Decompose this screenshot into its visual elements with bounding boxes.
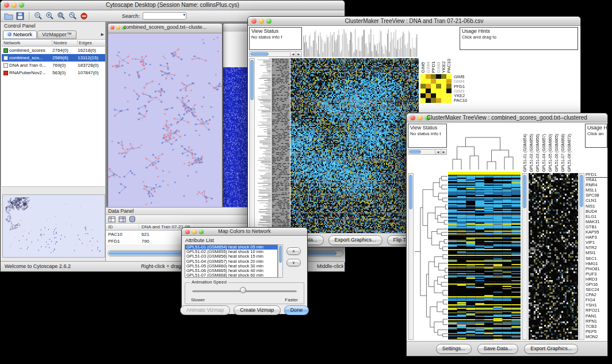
network-view-window[interactable]: combined_scores_good.txt--cluste...: [108, 23, 223, 206]
gene-label[interactable]: GPI16: [586, 282, 607, 287]
attribute-listbox[interactable]: GPL51-01 (GSM854) heat shock 05 minGPL51…: [185, 244, 278, 278]
attribute-list-item[interactable]: GPL51-01 (GSM854) heat shock 05 min: [185, 245, 277, 250]
scrollbar-track[interactable]: [250, 52, 290, 56]
network-view-titlebar[interactable]: combined_scores_good.txt--cluste...: [108, 24, 222, 33]
gene-label[interactable]: BUD4: [586, 209, 607, 214]
attribute-list-item[interactable]: GPL51-07 (GSM868) heat shock 60 min: [185, 273, 277, 278]
attribute-list-item[interactable]: GPL51-03 (GSM856) heat shock 15 min: [185, 254, 277, 259]
button-save-data[interactable]: Save Data...: [477, 344, 519, 354]
network-list-row[interactable]: combined_scores2764(0)16218(0): [2, 47, 105, 54]
button-done[interactable]: Done: [284, 305, 309, 315]
scrollbar-thumb[interactable]: [250, 60, 254, 100]
gene-label[interactable]: PUF3: [586, 271, 607, 277]
gene-label[interactable]: HAP3: [586, 235, 607, 240]
tv2-right-vscrollbar[interactable]: [579, 173, 584, 340]
gene-label[interactable]: KAP95: [586, 229, 607, 235]
tab-overflow-arrow-icon[interactable]: ▶: [101, 32, 104, 37]
scrollbar-thumb[interactable]: [580, 175, 583, 207]
zoom-in-icon[interactable]: [45, 12, 54, 21]
search-input[interactable]: ▾: [143, 12, 186, 20]
gene-label[interactable]: VIP1: [586, 240, 607, 245]
scrollbar-thumb[interactable]: [279, 246, 282, 263]
attribute-list-item[interactable]: GPL51-04 (GSM857) heat shock 20 min: [185, 259, 277, 264]
gene-label[interactable]: NTR2: [586, 245, 607, 250]
minimize-button[interactable]: [116, 25, 120, 29]
gene-label[interactable]: CLN1: [586, 198, 607, 203]
main-titlebar[interactable]: Cytoscape Desktop (Session Name: collins…: [1, 1, 345, 10]
zoom-selected-icon[interactable]: [68, 12, 77, 21]
tv1-heatmap-canvas[interactable]: [290, 58, 419, 234]
scroll-right-arrow-icon[interactable]: ▶: [296, 52, 301, 56]
tv1-vscrollbar[interactable]: [249, 58, 255, 234]
gene-label[interactable]: PHO81: [586, 266, 607, 271]
tv2-mini-hscrollbar[interactable]: ◀ ▶: [408, 149, 447, 155]
button-export-graphics[interactable]: Export Graphics...: [328, 235, 382, 245]
gene-label[interactable]: RPN1: [586, 319, 607, 324]
background-network-window[interactable]: [223, 23, 248, 205]
tv2-heatmap-canvas[interactable]: [448, 172, 521, 340]
tv1-titlebar[interactable]: ClusterMaker TreeView : DNA and Tran 07-…: [248, 17, 580, 26]
tab-vizmapper[interactable]: VizMapper™: [37, 30, 76, 39]
gene-label[interactable]: PFD1: [586, 172, 607, 177]
gene-label[interactable]: YSH1: [586, 302, 607, 308]
tv1-top-dendrogram-canvas[interactable]: [303, 27, 418, 57]
attribute-create-icon[interactable]: [118, 214, 126, 224]
gene-label[interactable]: FIG4: [586, 297, 607, 302]
gene-label[interactable]: MAK31: [586, 219, 607, 224]
dense-network-canvas[interactable]: [223, 67, 248, 207]
gene-label[interactable]: PAN1: [586, 313, 607, 319]
tv2-titlebar[interactable]: ClusterMaker TreeView : combined_scores_…: [407, 113, 607, 122]
scroll-right-arrow-icon[interactable]: ▶: [441, 150, 446, 154]
scrollbar-thumb[interactable]: [409, 150, 421, 154]
overview-canvas[interactable]: [3, 195, 105, 256]
network-graph-canvas[interactable]: [108, 33, 222, 207]
tv1-mini-hscrollbar[interactable]: ◀ ▶: [249, 51, 302, 57]
button-export-graphics[interactable]: Export Graphics...: [524, 344, 578, 354]
gene-label[interactable]: CPA2: [586, 292, 607, 297]
gene-label[interactable]: HMG1: [586, 261, 607, 266]
gene-label[interactable]: RNR4: [586, 182, 607, 187]
network-list-row[interactable]: DNA and Tran 0...769(0)183728(0): [2, 62, 105, 69]
attribute-database-icon[interactable]: [129, 214, 136, 224]
tv2-left-dendrogram-canvas[interactable]: [414, 173, 447, 340]
gene-label[interactable]: SEC1: [586, 256, 607, 261]
search-dropdown-arrow-icon[interactable]: ▾: [183, 13, 186, 17]
network-overview-thumbnail[interactable]: [2, 194, 105, 258]
header-id[interactable]: ID: [106, 224, 139, 229]
scroll-left-arrow-icon[interactable]: ◀: [290, 52, 296, 56]
gene-label[interactable]: GTB1: [586, 224, 607, 229]
attribute-list-item[interactable]: GPL51-05 (GSM860) heat shock 30 min: [185, 264, 277, 269]
tv2-left-vscrollbar[interactable]: [408, 173, 414, 340]
move-up-button[interactable]: ∧: [286, 247, 301, 255]
tab-network[interactable]: Network: [3, 30, 37, 39]
zoom-out-icon[interactable]: [34, 12, 43, 21]
scroll-left-arrow-icon[interactable]: ◀: [435, 150, 441, 154]
destroy-network-icon[interactable]: [80, 12, 88, 21]
gene-label[interactable]: TCB3: [586, 324, 607, 329]
tv2-mid-vscrollbar[interactable]: [522, 173, 527, 340]
gene-label[interactable]: MSI1: [586, 250, 607, 255]
close-button[interactable]: [110, 25, 114, 29]
close-button[interactable]: [185, 229, 190, 234]
tv1-left-dendrogram-canvas[interactable]: [256, 58, 271, 234]
speed-slider-thumb[interactable]: [240, 287, 246, 293]
attribute-select-icon[interactable]: [108, 214, 116, 224]
gene-label[interactable]: NIS1: [586, 204, 607, 209]
gene-label[interactable]: PEP5: [586, 329, 607, 334]
scrollbar-thumb[interactable]: [409, 175, 412, 209]
tv1-correlation-matrix-canvas[interactable]: [420, 74, 452, 103]
attribute-list-item[interactable]: GPL51-02 (GSM855) heat shock 10 min: [185, 250, 277, 254]
gene-label[interactable]: SPC98: [586, 193, 607, 198]
header-network[interactable]: Network: [2, 40, 52, 45]
gene-label[interactable]: HRD3: [586, 277, 607, 282]
network-list-row[interactable]: RNAPuberNov2...563(0)107847(0): [2, 69, 105, 76]
attribute-list-scrollbar[interactable]: [278, 244, 283, 278]
open-folder-icon[interactable]: [4, 12, 13, 21]
button-settings[interactable]: Settings...: [436, 344, 472, 354]
dialog-titlebar[interactable]: Map Colors to Network: [182, 228, 307, 236]
tv2-secondary-heatmap-canvas[interactable]: [529, 173, 578, 340]
gene-label[interactable]: SEC24: [586, 287, 607, 292]
scrollbar-thumb[interactable]: [523, 175, 526, 208]
zoom-fit-icon[interactable]: [57, 12, 66, 21]
attribute-list-item[interactable]: GPL51-06 (GSM865) heat shock 40 min: [185, 269, 277, 273]
